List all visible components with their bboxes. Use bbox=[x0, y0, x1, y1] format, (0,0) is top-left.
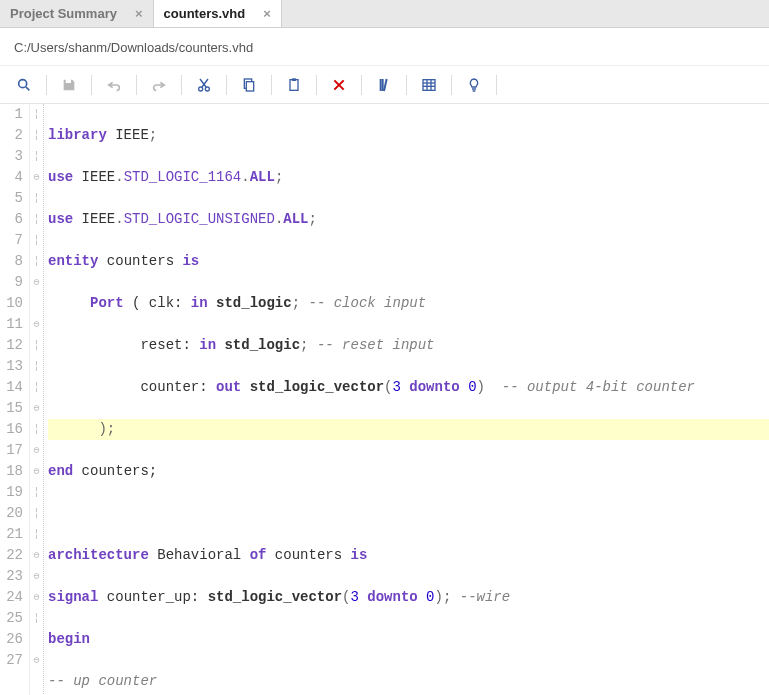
code-line: reset: in std_logic; -- reset input bbox=[48, 335, 769, 356]
fold-toggle[interactable]: ⊖ bbox=[30, 587, 43, 608]
line-number: 24 bbox=[0, 587, 23, 608]
columns-icon[interactable] bbox=[411, 72, 447, 98]
line-number: 23 bbox=[0, 566, 23, 587]
code-line bbox=[48, 503, 769, 524]
fold-toggle[interactable]: ⊖ bbox=[30, 440, 43, 461]
code-editor[interactable]: 1 2 3 4 5 6 7 8 9 10 11 12 13 14 15 16 1… bbox=[0, 104, 769, 695]
fold-mark: ¦ bbox=[30, 335, 43, 356]
fold-toggle[interactable]: ⊖ bbox=[30, 314, 43, 335]
line-number: 12 bbox=[0, 335, 23, 356]
separator bbox=[361, 75, 362, 95]
line-number: 11 bbox=[0, 314, 23, 335]
code-line: end counters; bbox=[48, 461, 769, 482]
line-number: 6 bbox=[0, 209, 23, 230]
code-line: use IEEE.STD_LOGIC_UNSIGNED.ALL; bbox=[48, 209, 769, 230]
separator bbox=[91, 75, 92, 95]
svg-rect-9 bbox=[292, 78, 296, 81]
svg-line-14 bbox=[384, 79, 387, 91]
fold-mark: ¦ bbox=[30, 125, 43, 146]
close-icon[interactable]: × bbox=[135, 6, 143, 21]
line-number: 13 bbox=[0, 356, 23, 377]
line-number: 9 bbox=[0, 272, 23, 293]
line-number: 17 bbox=[0, 440, 23, 461]
fold-toggle[interactable]: ⊖ bbox=[30, 566, 43, 587]
line-number: 1 bbox=[0, 104, 23, 125]
delete-icon[interactable] bbox=[321, 72, 357, 98]
code-line: library IEEE; bbox=[48, 125, 769, 146]
separator bbox=[451, 75, 452, 95]
line-number: 10 bbox=[0, 293, 23, 314]
separator bbox=[136, 75, 137, 95]
fold-mark: ¦ bbox=[30, 251, 43, 272]
tab-label: Project Summary bbox=[10, 6, 117, 21]
separator bbox=[46, 75, 47, 95]
svg-rect-7 bbox=[246, 81, 253, 90]
line-number: 22 bbox=[0, 545, 23, 566]
svg-line-1 bbox=[26, 87, 29, 90]
fold-toggle[interactable]: ⊖ bbox=[30, 650, 43, 671]
file-path: C:/Users/shanm/Downloads/counters.vhd bbox=[0, 28, 769, 66]
fold-mark: ¦ bbox=[30, 503, 43, 524]
separator bbox=[181, 75, 182, 95]
line-number: 19 bbox=[0, 482, 23, 503]
close-icon[interactable]: × bbox=[263, 6, 271, 21]
save-icon[interactable] bbox=[51, 72, 87, 98]
hint-icon[interactable] bbox=[456, 72, 492, 98]
fold-mark: ¦ bbox=[30, 188, 43, 209]
line-number: 4 bbox=[0, 167, 23, 188]
line-gutter: 1 2 3 4 5 6 7 8 9 10 11 12 13 14 15 16 1… bbox=[0, 104, 30, 695]
code-line: Port ( clk: in std_logic; -- clock input bbox=[48, 293, 769, 314]
svg-rect-15 bbox=[423, 79, 435, 90]
line-number: 25 bbox=[0, 608, 23, 629]
fold-mark: ¦ bbox=[30, 377, 43, 398]
redo-icon[interactable] bbox=[141, 72, 177, 98]
fold-toggle[interactable]: ⊖ bbox=[30, 545, 43, 566]
fold-mark: ¦ bbox=[30, 482, 43, 503]
line-number: 20 bbox=[0, 503, 23, 524]
separator bbox=[496, 75, 497, 95]
code-line: entity counters is bbox=[48, 251, 769, 272]
separator bbox=[271, 75, 272, 95]
undo-icon[interactable] bbox=[96, 72, 132, 98]
tab-counters-vhd[interactable]: counters.vhd × bbox=[154, 0, 282, 27]
svg-rect-8 bbox=[290, 79, 298, 90]
toolbar bbox=[0, 66, 769, 104]
line-number: 5 bbox=[0, 188, 23, 209]
fold-mark: ¦ bbox=[30, 230, 43, 251]
separator bbox=[316, 75, 317, 95]
code-line: use IEEE.STD_LOGIC_1164.ALL; bbox=[48, 167, 769, 188]
separator bbox=[406, 75, 407, 95]
fold-mark: ¦ bbox=[30, 356, 43, 377]
fold-toggle[interactable]: ⊖ bbox=[30, 398, 43, 419]
line-number: 15 bbox=[0, 398, 23, 419]
tab-bar: Project Summary × counters.vhd × bbox=[0, 0, 769, 28]
code-line: begin bbox=[48, 629, 769, 650]
svg-point-2 bbox=[199, 87, 203, 91]
fold-mark: ¦ bbox=[30, 209, 43, 230]
fold-mark: ¦ bbox=[30, 419, 43, 440]
fold-mark: ¦ bbox=[30, 524, 43, 545]
paste-icon[interactable] bbox=[276, 72, 312, 98]
fold-mark: ¦ bbox=[30, 104, 43, 125]
line-number: 14 bbox=[0, 377, 23, 398]
code-line: architecture Behavioral of counters is bbox=[48, 545, 769, 566]
line-number: 3 bbox=[0, 146, 23, 167]
line-number: 26 bbox=[0, 629, 23, 650]
fold-mark: ¦ bbox=[30, 608, 43, 629]
copy-icon[interactable] bbox=[231, 72, 267, 98]
svg-point-0 bbox=[19, 79, 27, 87]
comment-icon[interactable] bbox=[366, 72, 402, 98]
fold-toggle[interactable]: ⊖ bbox=[30, 167, 43, 188]
tab-project-summary[interactable]: Project Summary × bbox=[0, 0, 154, 27]
separator bbox=[226, 75, 227, 95]
line-number: 16 bbox=[0, 419, 23, 440]
cut-icon[interactable] bbox=[186, 72, 222, 98]
search-icon[interactable] bbox=[6, 72, 42, 98]
code-area[interactable]: library IEEE; use IEEE.STD_LOGIC_1164.AL… bbox=[44, 104, 769, 695]
line-number: 8 bbox=[0, 251, 23, 272]
code-line: signal counter_up: std_logic_vector(3 do… bbox=[48, 587, 769, 608]
fold-toggle[interactable]: ⊖ bbox=[30, 461, 43, 482]
fold-mark bbox=[30, 629, 43, 650]
fold-toggle[interactable]: ⊖ bbox=[30, 272, 43, 293]
fold-mark bbox=[30, 293, 43, 314]
